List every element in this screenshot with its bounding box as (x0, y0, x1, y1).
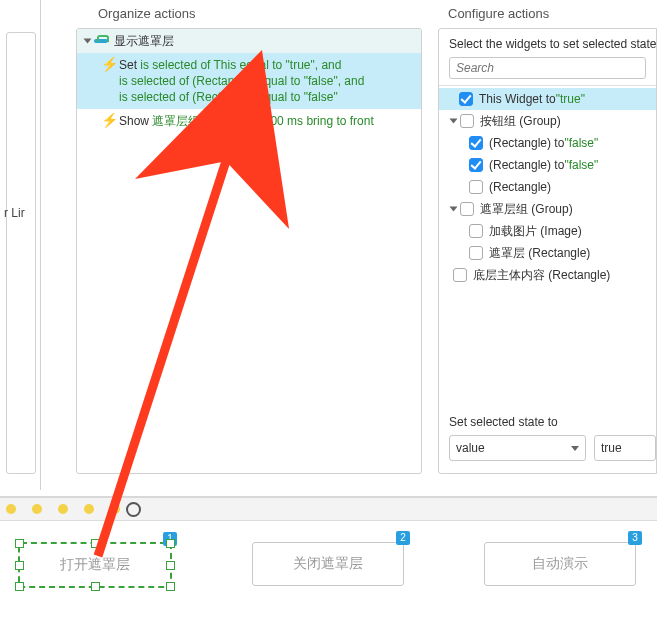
tree-row[interactable]: 底层主体内容 (Rectangle) (439, 264, 656, 286)
selection-handle[interactable] (91, 539, 100, 548)
selection-handle[interactable] (166, 561, 175, 570)
selection-handle[interactable] (91, 582, 100, 591)
widget-checkbox[interactable] (469, 224, 483, 238)
tree-row[interactable]: 遮罩层组 (Group) (439, 198, 656, 220)
widget-value: "true" (556, 92, 585, 106)
widget-label: (Rectangle) to (489, 136, 564, 150)
case-label: 显示遮罩层 (114, 33, 415, 49)
button-label: 自动演示 (532, 555, 588, 573)
search-box[interactable] (449, 57, 646, 79)
bolt-icon: ⚡ (101, 113, 115, 127)
case-row[interactable]: 显示遮罩层 (77, 29, 421, 53)
disclosure-icon[interactable] (450, 207, 458, 212)
selection-handle[interactable] (15, 561, 24, 570)
selection-handle[interactable] (166, 582, 175, 591)
set-state-section: Set selected state to value true (449, 415, 656, 461)
search-input[interactable] (449, 57, 646, 79)
organize-actions-title: Organize actions (98, 6, 196, 21)
widget-value: "false" (564, 136, 598, 150)
tree-row[interactable]: (Rectangle) (439, 176, 656, 198)
disclosure-icon[interactable] (450, 119, 458, 124)
widget-value: "false" (564, 158, 598, 172)
footnote-badge: 2 (396, 531, 410, 545)
action-text: Set is selected of This equal to "true",… (119, 57, 415, 105)
case-icon (94, 35, 108, 47)
disclosure-icon[interactable] (84, 39, 92, 44)
button-label: 打开遮罩层 (60, 556, 130, 574)
bolt-icon: ⚡ (101, 57, 115, 71)
configure-subtitle: Select the widgets to set selected state (439, 29, 656, 57)
organize-actions-body[interactable]: 显示遮罩层 ⚡ Set is selected of This equal to… (76, 28, 422, 474)
dropdown-text: value (456, 441, 485, 455)
widget-label: 遮罩层 (Rectangle) (489, 245, 590, 262)
widget-checkbox[interactable] (469, 246, 483, 260)
widget-label: This Widget to (479, 92, 556, 106)
widget-label: 底层主体内容 (Rectangle) (473, 267, 610, 284)
widget-label: 遮罩层组 (Group) (480, 201, 573, 218)
library-fragment: r Lir (4, 206, 25, 220)
action-set-selected[interactable]: ⚡ Set is selected of This equal to "true… (77, 53, 421, 109)
library-strip: r Lir (0, 0, 41, 490)
widget-label: (Rectangle) to (489, 158, 564, 172)
canvas-button[interactable]: 关闭遮罩层2 (252, 542, 404, 586)
widget-label: 加载图片 (Image) (489, 223, 582, 240)
organize-actions-panel: Organize actions 显示遮罩层 ⚡ Set is selected… (48, 0, 428, 490)
selection-handle[interactable] (15, 539, 24, 548)
configure-actions-panel: Configure actions Select the widgets to … (438, 0, 657, 490)
configure-actions-body: Select the widgets to set selected state… (438, 28, 657, 474)
selection-handle[interactable] (15, 582, 24, 591)
design-canvas[interactable]: 打开遮罩层1关闭遮罩层2自动演示3 (0, 496, 657, 627)
library-panel (6, 32, 36, 474)
configure-actions-title: Configure actions (448, 6, 549, 21)
note-marker-outline-icon (126, 502, 141, 517)
tree-row[interactable]: 按钮组 (Group) (439, 110, 656, 132)
widget-checkbox[interactable] (469, 158, 483, 172)
ruler (0, 498, 657, 521)
widget-checkbox[interactable] (460, 114, 474, 128)
set-state-label: Set selected state to (449, 415, 656, 429)
widget-checkbox[interactable] (469, 136, 483, 150)
widget-checkbox[interactable] (469, 180, 483, 194)
footnote-badge: 3 (628, 531, 642, 545)
action-text: Show 遮罩层组 slide down 500 ms bring to fro… (119, 113, 415, 129)
canvas-button[interactable]: 打开遮罩层1 (18, 542, 172, 588)
widget-checkbox[interactable] (453, 268, 467, 282)
canvas-button[interactable]: 自动演示3 (484, 542, 636, 586)
dropdown-text: true (601, 441, 622, 455)
tree-row[interactable]: (Rectangle) to "false" (439, 132, 656, 154)
tree-row[interactable]: 加载图片 (Image) (439, 220, 656, 242)
selection-handle[interactable] (166, 539, 175, 548)
tree-row[interactable]: (Rectangle) to "false" (439, 154, 656, 176)
tree-row[interactable]: 遮罩层 (Rectangle) (439, 242, 656, 264)
canvas-buttons: 打开遮罩层1关闭遮罩层2自动演示3 (18, 542, 636, 588)
widget-tree[interactable]: This Widget to "true"按钮组 (Group)(Rectang… (439, 85, 656, 286)
state-true-dropdown[interactable]: true (594, 435, 656, 461)
note-marker-icon (6, 504, 16, 514)
state-value-dropdown[interactable]: value (449, 435, 586, 461)
tree-row[interactable]: This Widget to "true" (439, 88, 656, 110)
widget-label: (Rectangle) (489, 180, 551, 194)
caret-down-icon (571, 446, 579, 451)
widget-label: 按钮组 (Group) (480, 113, 561, 130)
button-label: 关闭遮罩层 (293, 555, 363, 573)
widget-checkbox[interactable] (460, 202, 474, 216)
action-show[interactable]: ⚡ Show 遮罩层组 slide down 500 ms bring to f… (77, 109, 421, 133)
widget-checkbox[interactable] (459, 92, 473, 106)
